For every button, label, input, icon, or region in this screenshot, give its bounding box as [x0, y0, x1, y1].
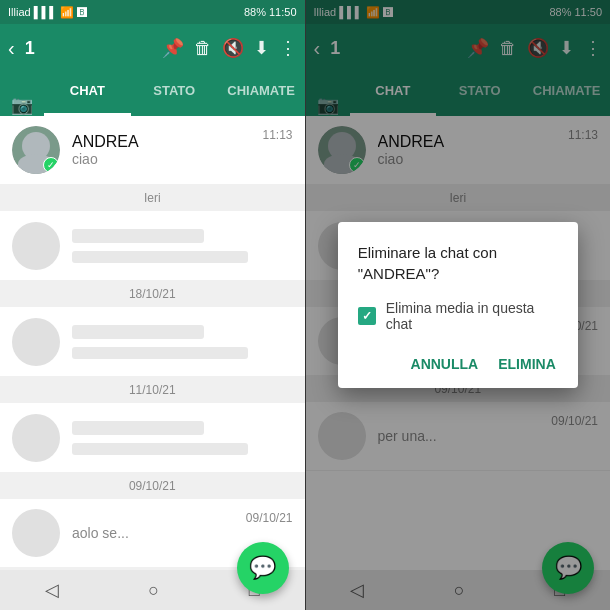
- carrier-left: Illiad: [8, 6, 31, 18]
- wifi-icon-left: 📶: [60, 6, 74, 19]
- bt-icon-left: 🅱: [77, 7, 87, 18]
- mute-icon-left[interactable]: 🔇: [222, 37, 244, 59]
- avatar-andrea-left: ✓: [12, 126, 60, 174]
- status-carrier-left: Illiad ▌▌▌ 📶 🅱: [8, 6, 87, 19]
- date-09a-left: 09/10/21: [0, 473, 305, 499]
- status-bar-left: Illiad ▌▌▌ 📶 🅱 88% 11:50: [0, 0, 305, 24]
- chat-time-andrea-left: 11:13: [262, 126, 292, 142]
- placeholder-avatar-3-left: [12, 414, 60, 462]
- verified-badge-left: ✓: [43, 157, 59, 173]
- pin-icon-left[interactable]: 📌: [162, 37, 184, 59]
- toolbar-left: ‹ 1 📌 🗑 🔇 ⬇ ⋮: [0, 24, 305, 72]
- back-button-left[interactable]: ‹: [8, 37, 15, 60]
- signal-left: ▌▌▌: [34, 6, 57, 18]
- fab-left[interactable]: 💬: [237, 542, 289, 594]
- tab-stato-left[interactable]: STATO: [131, 72, 218, 116]
- chat-info-andrea-left: ANDREA ciao: [72, 133, 254, 167]
- status-right-left: 88% 11:50: [244, 6, 297, 18]
- save-icon-left[interactable]: ⬇: [254, 37, 269, 59]
- avatar-paolo-left: [12, 509, 60, 557]
- delete-dialog: Eliminare la chat con "ANDREA"? ✓ Elimin…: [338, 222, 578, 388]
- toolbar-icons-left: 📌 🗑 🔇 ⬇ ⋮: [162, 37, 297, 59]
- placeholder-lines-3-left: [72, 421, 293, 455]
- dialog-confirm-button[interactable]: ELIMINA: [496, 352, 558, 376]
- dialog-checkbox-row[interactable]: ✓ Elimina media in questa chat: [358, 300, 558, 332]
- placeholder-row-3-left[interactable]: [0, 403, 305, 473]
- chat-name-andrea-left: ANDREA: [72, 133, 254, 151]
- more-icon-left[interactable]: ⋮: [279, 37, 297, 59]
- placeholder-avatar-2-left: [12, 318, 60, 366]
- dialog-overlay: Eliminare la chat con "ANDREA"? ✓ Elimin…: [306, 0, 611, 610]
- badge-left: 1: [25, 38, 35, 59]
- placeholder-row-1-left[interactable]: [0, 211, 305, 281]
- placeholder-avatar-1-left: [12, 222, 60, 270]
- delete-media-checkbox[interactable]: ✓: [358, 307, 376, 325]
- date-11-left: 11/10/21: [0, 377, 305, 403]
- battery-left: 88%: [244, 6, 266, 18]
- placeholder-line2-1-left: [72, 251, 248, 263]
- placeholder-line1-1-left: [72, 229, 204, 243]
- tab-bar-left: 📷 CHAT STATO CHIAMATE: [0, 72, 305, 116]
- tab-camera-left[interactable]: 📷: [0, 94, 44, 116]
- camera-icon-left: 📷: [11, 94, 33, 116]
- chat-preview-andrea-left: ciao: [72, 151, 254, 167]
- placeholder-lines-1-left: [72, 229, 293, 263]
- dialog-title: Eliminare la chat con "ANDREA"?: [358, 242, 558, 284]
- placeholder-line1-2-left: [72, 325, 204, 339]
- chat-list-left: ✓ ANDREA ciao 11:13 Ieri 18/10/21: [0, 116, 305, 570]
- dialog-checkbox-label: Elimina media in questa chat: [386, 300, 558, 332]
- placeholder-lines-2-left: [72, 325, 293, 359]
- home-nav-left[interactable]: ○: [148, 580, 159, 601]
- right-panel: Illiad ▌▌▌ 📶 🅱 88% 11:50 ‹ 1 📌 🗑 🔇 ⬇ ⋮ 📷…: [306, 0, 611, 610]
- chat-time-paolo-left: 09/10/21: [246, 509, 293, 525]
- placeholder-line2-2-left: [72, 347, 248, 359]
- trash-icon-left[interactable]: 🗑: [194, 38, 212, 59]
- placeholder-row-2-left[interactable]: [0, 307, 305, 377]
- time-left: 11:50: [269, 6, 297, 18]
- fab-icon-left: 💬: [249, 555, 276, 581]
- chat-item-andrea-left[interactable]: ✓ ANDREA ciao 11:13: [0, 116, 305, 185]
- tab-chiamate-left[interactable]: CHIAMATE: [218, 72, 305, 116]
- date-18-left: 18/10/21: [0, 281, 305, 307]
- left-panel: Illiad ▌▌▌ 📶 🅱 88% 11:50 ‹ 1 📌 🗑 🔇 ⬇ ⋮ 📷…: [0, 0, 305, 610]
- dialog-cancel-button[interactable]: ANNULLA: [409, 352, 481, 376]
- dialog-actions: ANNULLA ELIMINA: [358, 352, 558, 376]
- placeholder-line2-3-left: [72, 443, 248, 455]
- tab-chiamate-label-left: CHIAMATE: [227, 83, 295, 98]
- date-ieri-left: Ieri: [0, 185, 305, 211]
- chat-info-paolo-left: aolo se...: [72, 525, 238, 541]
- checkmark-icon: ✓: [362, 309, 372, 323]
- tab-chat-label-left: CHAT: [70, 83, 105, 98]
- tab-chat-left[interactable]: CHAT: [44, 72, 131, 116]
- chat-preview-paolo-left: aolo se...: [72, 525, 238, 541]
- back-nav-left[interactable]: ◁: [45, 579, 59, 601]
- tab-stato-label-left: STATO: [153, 83, 195, 98]
- placeholder-line1-3-left: [72, 421, 204, 435]
